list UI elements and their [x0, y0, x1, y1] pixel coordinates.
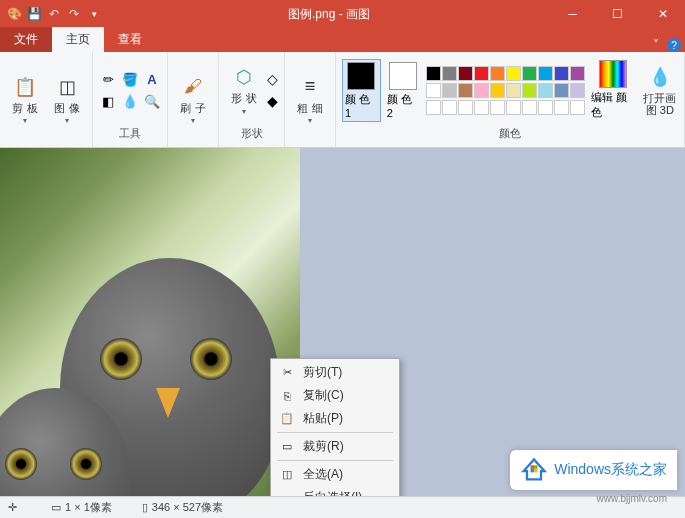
color-swatch[interactable]: [458, 83, 473, 98]
status-position: ✛: [8, 501, 21, 514]
image-button[interactable]: ◫ 图 像 ▾: [48, 66, 86, 134]
help-icon[interactable]: ?: [667, 38, 681, 52]
status-size: ▯ 346 × 527像素: [142, 500, 223, 515]
size-button[interactable]: ≡ 粗 细 ▾: [291, 66, 329, 134]
color-swatch[interactable]: [538, 83, 553, 98]
tool-grid: ✏ 🪣 A ◧ 💧 🔍: [99, 70, 161, 110]
menu-item-label: 裁剪(R): [303, 438, 391, 455]
svg-rect-2: [531, 469, 535, 473]
group-label: 颜色: [499, 124, 521, 143]
menu-item-icon: ⎘: [279, 388, 295, 404]
color-swatch[interactable]: [554, 83, 569, 98]
color-swatch[interactable]: [458, 66, 473, 81]
color-swatch[interactable]: [522, 66, 537, 81]
qat-dropdown-icon[interactable]: ▾: [86, 6, 102, 22]
color1-swatch: [347, 62, 375, 90]
watermark-text: Windows系统之家: [554, 461, 667, 479]
maximize-button[interactable]: ☐: [595, 0, 640, 28]
svg-rect-3: [534, 469, 538, 473]
minimize-button[interactable]: ─: [550, 0, 595, 28]
color-swatch[interactable]: [506, 83, 521, 98]
color-swatch[interactable]: [522, 83, 537, 98]
tab-view[interactable]: 查看: [104, 27, 156, 52]
canvas-area[interactable]: ✂剪切(T)⎘复制(C)📋粘贴(P)▭裁剪(R)◫全选(A)反向选择(I)✕删除…: [0, 148, 685, 496]
picker-icon[interactable]: 💧: [121, 92, 139, 110]
group-size: ≡ 粗 细 ▾: [285, 52, 336, 147]
color-swatch[interactable]: [442, 83, 457, 98]
menu-item-label: 粘贴(P): [303, 410, 391, 427]
color-swatch[interactable]: [474, 66, 489, 81]
rainbow-icon: [599, 60, 627, 88]
color1-button[interactable]: 颜 色 1: [342, 59, 381, 122]
menu-item-icon: 📋: [279, 411, 295, 427]
color-swatch[interactable]: [538, 100, 553, 115]
pencil-icon[interactable]: ✏: [99, 70, 117, 88]
color-swatch[interactable]: [554, 100, 569, 115]
clipboard-icon: 📋: [12, 74, 38, 100]
zoom-icon[interactable]: 🔍: [143, 92, 161, 110]
watermark: Windows系统之家 www.bjjmlv.com: [510, 450, 677, 490]
status-selection: ▭ 1 × 1像素: [51, 500, 112, 515]
redo-icon[interactable]: ↷: [66, 6, 82, 22]
tab-file[interactable]: 文件: [0, 27, 52, 52]
color-swatch[interactable]: [522, 100, 537, 115]
color-swatch[interactable]: [538, 66, 553, 81]
crosshair-icon: ✛: [8, 501, 17, 514]
quick-access-toolbar: 🎨 💾 ↶ ↷ ▾: [0, 6, 108, 22]
selection-icon: ▭: [51, 501, 61, 514]
size-icon: ▯: [142, 501, 148, 514]
color-swatch[interactable]: [426, 83, 441, 98]
paste-button[interactable]: 📋 剪 板 ▾: [6, 66, 44, 134]
text-icon[interactable]: A: [143, 70, 161, 88]
color-swatch[interactable]: [474, 83, 489, 98]
color-swatch[interactable]: [570, 100, 585, 115]
edit-colors-button[interactable]: 编辑 颜色: [589, 58, 638, 122]
context-menu: ✂剪切(T)⎘复制(C)📋粘贴(P)▭裁剪(R)◫全选(A)反向选择(I)✕删除…: [270, 358, 400, 496]
color-swatch[interactable]: [570, 66, 585, 81]
ribbon-collapse[interactable]: ˅: [645, 38, 667, 52]
color-swatch[interactable]: [490, 100, 505, 115]
tab-home[interactable]: 主页: [52, 27, 104, 52]
statusbar: ✛ ▭ 1 × 1像素 ▯ 346 × 527像素: [0, 496, 685, 518]
color-swatch[interactable]: [458, 100, 473, 115]
outline-icon[interactable]: ◇: [267, 71, 278, 87]
color2-button[interactable]: 颜 色 2: [385, 60, 422, 121]
eraser-icon[interactable]: ◧: [99, 92, 117, 110]
shapes-icon: ⬡: [231, 64, 257, 90]
menu-item[interactable]: ✂剪切(T): [273, 361, 397, 384]
color-swatch[interactable]: [554, 66, 569, 81]
undo-icon[interactable]: ↶: [46, 6, 62, 22]
shapes-button[interactable]: ⬡ 形 状 ▾: [225, 56, 263, 124]
color-swatch[interactable]: [426, 66, 441, 81]
color-swatch[interactable]: [570, 83, 585, 98]
menu-item[interactable]: ▭裁剪(R): [273, 435, 397, 458]
color-swatch[interactable]: [442, 100, 457, 115]
close-button[interactable]: ✕: [640, 0, 685, 28]
save-icon[interactable]: 💾: [26, 6, 42, 22]
menu-item-icon: ◫: [279, 467, 295, 483]
brushes-button[interactable]: 🖌 刷 子 ▾: [174, 66, 212, 134]
menu-item[interactable]: 📋粘贴(P): [273, 407, 397, 430]
canvas[interactable]: [0, 148, 300, 496]
menu-item-icon: [279, 490, 295, 497]
color-swatch[interactable]: [474, 100, 489, 115]
app-icon: 🎨: [6, 6, 22, 22]
color-swatch[interactable]: [490, 83, 505, 98]
fill-icon[interactable]: 🪣: [121, 70, 139, 88]
menu-item-icon: ▭: [279, 439, 295, 455]
menu-item[interactable]: ⎘复制(C): [273, 384, 397, 407]
titlebar: 🎨 💾 ↶ ↷ ▾ 图例.png - 画图 ─ ☐ ✕: [0, 0, 685, 28]
color-swatch[interactable]: [506, 66, 521, 81]
color-swatch[interactable]: [490, 66, 505, 81]
chevron-down-icon: ▾: [23, 116, 27, 125]
paint3d-button[interactable]: 💧 打开画 图 3D: [642, 56, 678, 124]
menu-item-label: 全选(A): [303, 466, 391, 483]
menu-item[interactable]: ◫全选(A): [273, 463, 397, 486]
group-label: 形状: [241, 124, 263, 143]
color-swatch[interactable]: [426, 100, 441, 115]
image-content: [0, 148, 300, 496]
fill-shape-icon[interactable]: ◆: [267, 93, 278, 109]
menu-item[interactable]: 反向选择(I): [273, 486, 397, 496]
color-swatch[interactable]: [506, 100, 521, 115]
color-swatch[interactable]: [442, 66, 457, 81]
